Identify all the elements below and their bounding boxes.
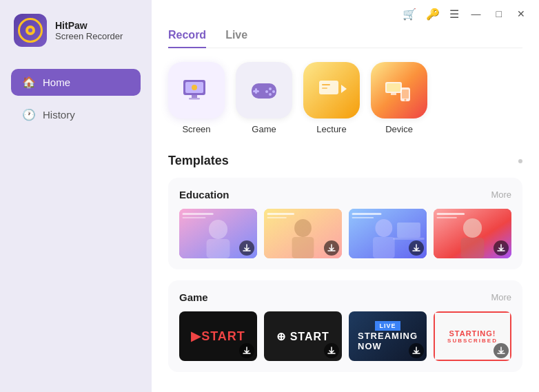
- svg-rect-41: [461, 238, 485, 258]
- minimize-button[interactable]: —: [469, 7, 484, 21]
- record-modes: Screen Game: [168, 62, 522, 134]
- tabs: Record Live: [168, 23, 522, 48]
- svg-rect-29: [292, 237, 314, 258]
- app-name: HitPaw: [55, 20, 123, 31]
- templates-title: Templates: [168, 154, 229, 168]
- sidebar-item-history-label: History: [43, 109, 75, 121]
- templates-dots: [518, 159, 522, 163]
- main-content: Record Live Screen: [152, 23, 539, 392]
- download-overlay-g3: [409, 343, 424, 358]
- game-start-text-1: ▶START: [191, 329, 245, 344]
- download-overlay-3: [409, 240, 424, 256]
- record-mode-lecture[interactable]: Lecture: [303, 62, 360, 134]
- record-mode-game[interactable]: Game: [236, 62, 292, 134]
- category-education-header: Education More: [179, 189, 511, 200]
- game-thumbnails: ▶START ⊕ START: [179, 311, 511, 361]
- svg-point-23: [209, 220, 227, 239]
- download-overlay-g4: [494, 343, 509, 358]
- key-icon[interactable]: 🔑: [426, 8, 440, 21]
- svg-point-9: [272, 90, 275, 93]
- device-icon-card: [371, 62, 427, 118]
- edu-thumb-4[interactable]: [434, 209, 511, 258]
- game-icon-card: [236, 62, 292, 118]
- svg-marker-13: [341, 85, 347, 93]
- download-overlay-g2: [324, 343, 339, 358]
- svg-point-10: [269, 93, 272, 96]
- download-overlay-4: [494, 240, 509, 256]
- record-mode-device[interactable]: Device: [371, 62, 427, 134]
- svg-rect-31: [267, 217, 287, 218]
- svg-rect-37: [352, 213, 382, 215]
- svg-rect-3: [189, 98, 200, 100]
- svg-point-4: [192, 85, 197, 90]
- category-education: Education More: [168, 178, 522, 269]
- sidebar-item-home[interactable]: 🏠 Home: [11, 69, 141, 96]
- education-thumbnails: [179, 209, 511, 258]
- maximize-button[interactable]: □: [494, 7, 505, 21]
- sidebar-item-home-label: Home: [43, 76, 70, 88]
- menu-icon[interactable]: ☰: [449, 8, 459, 21]
- device-label: Device: [385, 124, 413, 134]
- game-thumb-1[interactable]: ▶START: [179, 311, 257, 361]
- tab-record[interactable]: Record: [168, 23, 206, 48]
- app-subtitle: Screen Recorder: [55, 31, 123, 41]
- cart-icon[interactable]: 🛒: [403, 8, 416, 21]
- game-label: Game: [252, 124, 276, 134]
- svg-rect-34: [373, 237, 395, 258]
- svg-rect-38: [352, 217, 374, 218]
- svg-rect-35: [397, 223, 420, 238]
- game-thumb-3[interactable]: LIVE STREAMINGNOW: [349, 311, 427, 361]
- starting-text: STARTING! SUBSCRIBED: [447, 329, 498, 344]
- category-game-header: Game More: [179, 291, 511, 303]
- svg-rect-14: [322, 84, 330, 85]
- svg-rect-30: [267, 213, 295, 215]
- record-mode-screen[interactable]: Screen: [168, 62, 225, 134]
- svg-point-21: [405, 99, 407, 101]
- svg-rect-15: [322, 87, 327, 89]
- svg-rect-20: [402, 90, 409, 99]
- svg-point-33: [375, 219, 392, 237]
- close-button[interactable]: ✕: [514, 7, 528, 21]
- game-more-link[interactable]: More: [491, 292, 511, 302]
- svg-rect-7: [253, 90, 259, 92]
- svg-point-40: [463, 218, 482, 238]
- svg-point-11: [265, 90, 268, 93]
- lecture-label: Lecture: [316, 124, 346, 134]
- svg-rect-25: [183, 213, 214, 215]
- streaming-now-text: LIVE STREAMINGNOW: [358, 321, 418, 351]
- category-education-title: Education: [179, 189, 230, 200]
- edu-thumb-1[interactable]: [179, 209, 257, 258]
- svg-rect-12: [319, 81, 338, 94]
- download-overlay-g1: [239, 343, 254, 358]
- svg-rect-17: [387, 83, 400, 92]
- svg-point-28: [294, 219, 312, 237]
- category-game: Game More ▶START ⊕ START: [168, 280, 522, 372]
- svg-rect-24: [207, 239, 230, 258]
- templates-header: Templates: [168, 154, 522, 168]
- screen-label: Screen: [182, 124, 210, 134]
- edu-thumb-2[interactable]: [264, 209, 342, 258]
- game-thumb-4[interactable]: STARTING! SUBSCRIBED: [434, 311, 511, 361]
- svg-rect-36: [393, 238, 424, 240]
- logo-area: HitPaw Screen Recorder: [11, 14, 141, 47]
- lecture-icon-card: [303, 62, 360, 118]
- app-logo: [14, 14, 47, 47]
- tab-live[interactable]: Live: [225, 23, 247, 48]
- history-icon: 🕐: [22, 108, 36, 121]
- svg-point-8: [269, 87, 272, 90]
- svg-rect-26: [183, 217, 206, 218]
- sidebar: HitPaw Screen Recorder 🏠 Home 🕐 History: [0, 0, 152, 392]
- category-game-title: Game: [179, 291, 208, 303]
- download-overlay-2: [324, 240, 339, 256]
- education-more-link[interactable]: More: [491, 189, 511, 200]
- game-start-text-2: ⊕ START: [276, 330, 329, 343]
- dot-1: [518, 159, 522, 163]
- download-overlay-1: [239, 240, 254, 256]
- sidebar-item-history[interactable]: 🕐 History: [11, 101, 141, 128]
- screen-icon-card: [168, 62, 225, 118]
- titlebar: 🛒 🔑 ☰ — □ ✕: [152, 0, 539, 23]
- edu-thumb-3[interactable]: [349, 209, 427, 258]
- logo-text: HitPaw Screen Recorder: [55, 20, 123, 41]
- home-icon: 🏠: [22, 76, 36, 89]
- game-thumb-2[interactable]: ⊕ START: [264, 311, 342, 361]
